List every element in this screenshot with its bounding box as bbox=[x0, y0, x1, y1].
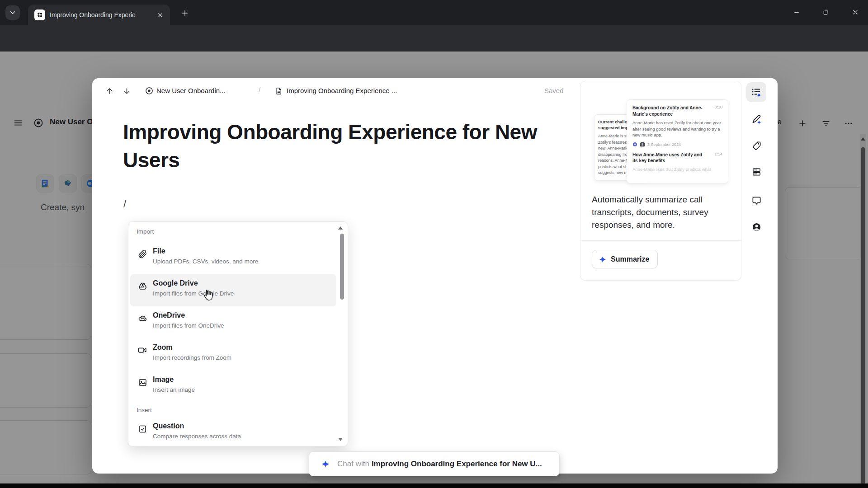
preview-date: 3 September 2024 bbox=[647, 142, 681, 147]
rail-highlight-button[interactable] bbox=[746, 109, 766, 129]
preview-front-body-1: Anne-Marie has used Zotify for about one… bbox=[632, 120, 722, 138]
nav-up-icon[interactable] bbox=[103, 84, 116, 97]
screen: Improving Onboarding Experie bbox=[0, 0, 868, 488]
question-checkbox-icon bbox=[137, 423, 148, 434]
menu-section-insert: Insert bbox=[137, 407, 152, 413]
menu-section-import: Import bbox=[137, 228, 154, 235]
preview-front-title-2: How Anne-Marie uses Zotify and its key b… bbox=[632, 152, 708, 164]
video-camera-icon bbox=[137, 345, 148, 356]
breadcrumb-project[interactable]: New User Onboardin... bbox=[156, 87, 226, 94]
google-drive-icon bbox=[137, 281, 148, 291]
breadcrumb-separator: / bbox=[259, 86, 260, 94]
chat-bar[interactable]: Chat with Improving Onboarding Experienc… bbox=[309, 451, 560, 476]
preview-front-body-2: Anne-Marie likes that Zotify predicts wh… bbox=[632, 167, 722, 172]
preview-front-time-2: 1:14 bbox=[714, 152, 722, 156]
preview-front-title-1: Background on Zotify and Anne-Marie's ex… bbox=[632, 105, 708, 117]
slash-command-menu: Import File Upload PDFs, CSVs, videos, a… bbox=[128, 221, 348, 446]
comment-icon bbox=[751, 195, 762, 206]
saved-status: Saved bbox=[544, 87, 564, 94]
menu-item-image[interactable]: Image Insert an image bbox=[130, 371, 336, 403]
breadcrumb-project-icon bbox=[143, 84, 156, 97]
menu-item-file[interactable]: File Upload PDFs, CSVs, videos, and more bbox=[130, 242, 336, 274]
chat-doc-name: Improving Onboarding Experience for New … bbox=[372, 460, 542, 469]
avatar-icon bbox=[640, 142, 645, 147]
window-restore-button[interactable] bbox=[816, 3, 836, 22]
breadcrumb-doc[interactable]: Improving Onboarding Experience ... bbox=[287, 87, 397, 94]
browser-tab[interactable]: Improving Onboarding Experie bbox=[28, 5, 170, 25]
onedrive-cloud-icon bbox=[137, 313, 148, 324]
rail-tag-button[interactable] bbox=[746, 136, 766, 155]
menu-scroll-up-icon[interactable] bbox=[338, 226, 343, 230]
chat-prefix: Chat with bbox=[337, 460, 369, 469]
dovetail-favicon bbox=[34, 9, 45, 20]
preview-front-time-1: 0:10 bbox=[714, 105, 722, 109]
menu-item-google-drive[interactable]: Google Drive Import files from Google Dr… bbox=[130, 274, 336, 306]
tab-search-button[interactable] bbox=[5, 5, 20, 20]
summary-preview-front-card: Background on Zotify and Anne-Marie's ex… bbox=[627, 99, 728, 183]
summary-list-sparkle-icon bbox=[751, 87, 762, 98]
tag-icon bbox=[751, 141, 762, 151]
menu-scrollbar-thumb[interactable] bbox=[340, 234, 344, 300]
slash-prompt[interactable]: / bbox=[123, 198, 126, 210]
rail-fields-button[interactable] bbox=[746, 162, 766, 182]
new-tab-button[interactable] bbox=[178, 6, 192, 20]
summarize-description: Automatically summarize call transcripts… bbox=[592, 193, 733, 231]
image-icon bbox=[137, 377, 148, 388]
tab-close-icon[interactable] bbox=[157, 12, 164, 19]
browser-tab-strip: Improving Onboarding Experie bbox=[0, 0, 868, 25]
window-close-button[interactable] bbox=[845, 3, 865, 22]
document-modal: New User Onboardin... / Improving Onboar… bbox=[92, 78, 778, 474]
sparkle-icon bbox=[321, 460, 330, 469]
chevron-down-icon bbox=[9, 9, 17, 17]
window-minimize-button[interactable] bbox=[787, 3, 807, 22]
tab-title: Improving Onboarding Experie bbox=[50, 11, 147, 19]
highlight-pen-sparkle-icon bbox=[751, 114, 762, 125]
rail-comment-button[interactable] bbox=[746, 190, 766, 210]
menu-item-zoom[interactable]: Zoom Import recordings from Zoom bbox=[130, 338, 336, 371]
summarize-button[interactable]: Summarize bbox=[592, 250, 658, 268]
menu-scroll-down-icon[interactable] bbox=[338, 438, 343, 441]
panel-divider bbox=[580, 240, 742, 241]
bottom-edge bbox=[0, 483, 868, 488]
summarize-panel: Current challenges suggested improve Ann… bbox=[580, 81, 741, 281]
rail-profile-button[interactable] bbox=[746, 217, 766, 237]
menu-item-question[interactable]: Question Compare responses across data bbox=[130, 417, 336, 446]
paperclip-icon bbox=[137, 249, 148, 259]
nav-down-icon[interactable] bbox=[120, 84, 133, 97]
rail-summarize-button[interactable] bbox=[746, 82, 766, 102]
sparkle-icon bbox=[599, 255, 607, 263]
speaker-dot-icon bbox=[632, 142, 637, 147]
document-title[interactable]: Improving Onboarding Experience for New … bbox=[123, 118, 557, 174]
browser-toolbar: moodjoy-team-2h2v.dovetail.com/data/Impr… bbox=[0, 25, 868, 52]
person-circle-icon bbox=[751, 222, 762, 232]
mouse-cursor bbox=[201, 288, 215, 303]
breadcrumb-doc-icon bbox=[272, 84, 285, 97]
fields-icon bbox=[751, 167, 762, 177]
menu-item-onedrive[interactable]: OneDrive Import files from OneDrive bbox=[130, 306, 336, 338]
